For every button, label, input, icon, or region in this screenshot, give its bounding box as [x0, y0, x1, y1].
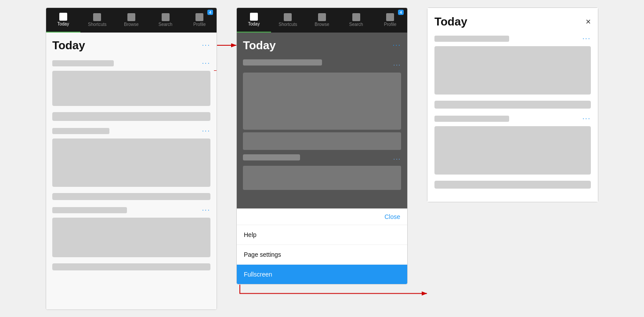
- panel3-close-btn[interactable]: ×: [586, 17, 591, 27]
- tab-search-label-p1: Search: [159, 22, 173, 27]
- panel1-content: Today ··· ··· ···: [46, 33, 217, 310]
- shortcuts-icon-p2: [284, 13, 292, 21]
- panel2-medium-block: [243, 132, 401, 150]
- tab-today-label-p2: Today: [248, 22, 260, 26]
- panel2-s2-dots[interactable]: ···: [393, 155, 401, 162]
- panel3-section4: [434, 181, 591, 189]
- panel1-s4-block1: [52, 193, 210, 200]
- profile-icon-p2: [386, 13, 394, 21]
- panel1-section5-header: ···: [52, 206, 210, 214]
- panel3-mockup: Today × ··· ···: [427, 7, 598, 202]
- panel2-block1-row: ···: [243, 59, 401, 70]
- today-icon-p1: [59, 13, 67, 21]
- browse-icon-p2: [318, 13, 326, 21]
- panel3-s3-header: ···: [434, 115, 591, 123]
- tab-shortcuts-label-p1: Shortcuts: [88, 22, 106, 27]
- panel2-main-block: [243, 73, 401, 130]
- panel1-section1: ···: [52, 59, 210, 106]
- panel1-s1-title: [52, 60, 114, 66]
- context-help-btn[interactable]: Help: [237, 225, 407, 245]
- panel1-section4: [52, 193, 210, 200]
- panel3-s2-block: [434, 101, 591, 109]
- panel2-context-menu: Close Help Page settings Fullscreen: [237, 208, 407, 284]
- panel2-title-bar1: [243, 59, 322, 66]
- tab-search-p1[interactable]: Search: [148, 8, 183, 33]
- tab-profile-label-p1: Profile: [193, 22, 206, 27]
- panel1-s3-block: [52, 138, 210, 187]
- arrow1-line: [214, 70, 217, 71]
- context-pagesettings-btn[interactable]: Page settings: [237, 245, 407, 265]
- panel2-block4-row: ···: [243, 154, 401, 163]
- panel1-s1-dots[interactable]: ···: [202, 59, 210, 67]
- panel3-s3-dots[interactable]: ···: [582, 115, 591, 123]
- tab-profile-p1[interactable]: Profile 4: [182, 8, 217, 33]
- panel1-section5: ···: [52, 206, 210, 257]
- tab-browse-label-p2: Browse: [315, 22, 329, 27]
- panel1-page-title: Today: [52, 39, 85, 52]
- panel2-dark-content: Today ··· ··· ···: [237, 33, 407, 208]
- panel1-dots-menu[interactable]: ···: [202, 41, 210, 49]
- tab-profile-label-p2: Profile: [384, 22, 396, 27]
- search-icon-p2: [352, 13, 360, 21]
- panel3-s3-title: [434, 116, 509, 122]
- panel1-s2-block: [52, 112, 210, 121]
- panel2-mockup: Today Shortcuts Browse Search Profile 4: [236, 7, 408, 284]
- today-icon-p2: [250, 13, 258, 21]
- tab-browse-label-p1: Browse: [124, 22, 138, 27]
- panel3-s1-header: ···: [434, 35, 591, 43]
- profile-badge-p1: 4: [207, 10, 213, 15]
- panel3-title: Today: [434, 15, 467, 29]
- browse-icon-p1: [127, 13, 135, 21]
- tab-search-label-p2: Search: [349, 22, 363, 27]
- panel1-tabbar: Today Shortcuts Browse Search Profile 4: [46, 8, 217, 33]
- panel2-s1-dots[interactable]: ···: [393, 61, 401, 68]
- panel2-dots-menu[interactable]: ···: [393, 41, 401, 49]
- panel1-section3: ···: [52, 127, 210, 187]
- panel1-s5-title: [52, 207, 127, 213]
- panel1-section2: [52, 112, 210, 121]
- panel3-header: Today ×: [427, 8, 598, 33]
- panel1-s5-dots[interactable]: ···: [202, 206, 210, 214]
- shortcuts-icon-p1: [93, 13, 101, 21]
- panel3-s4-block: [434, 181, 591, 189]
- panel3-section3: ···: [434, 115, 591, 175]
- panel1-title-row: Today ···: [52, 39, 210, 52]
- panel3-section1: ···: [434, 35, 591, 95]
- panel1-section3-header: ···: [52, 127, 210, 135]
- panel3-content: ··· ···: [427, 33, 598, 202]
- panel1-mockup: Today Shortcuts Browse Search Profile 4: [46, 7, 217, 310]
- panel3-section2: [434, 101, 591, 109]
- panel1-s6-block: [52, 263, 210, 270]
- panel2-title-row: Today ···: [243, 39, 401, 52]
- panel2-title-bar2: [243, 154, 300, 160]
- panel1-section6: [52, 263, 210, 270]
- tab-today-label-p1: Today: [57, 22, 69, 26]
- context-close-btn[interactable]: Close: [237, 209, 407, 225]
- tab-profile-p2[interactable]: Profile 4: [373, 8, 407, 33]
- panel1-s3-title: [52, 128, 109, 134]
- tab-today-p2[interactable]: Today: [237, 8, 271, 33]
- panel1-s5-block: [52, 218, 210, 257]
- search-icon-p1: [162, 13, 170, 21]
- panel2-tabbar: Today Shortcuts Browse Search Profile 4: [237, 8, 407, 33]
- tab-today-p1[interactable]: Today: [46, 8, 80, 33]
- tab-shortcuts-p2[interactable]: Shortcuts: [271, 8, 305, 33]
- arrow1: [214, 69, 217, 73]
- tab-browse-p2[interactable]: Browse: [305, 8, 339, 33]
- panel1-section1-header: ···: [52, 59, 210, 67]
- tab-shortcuts-p1[interactable]: Shortcuts: [80, 8, 115, 33]
- panel3-s1-dots[interactable]: ···: [582, 35, 591, 43]
- profile-icon-p1: [195, 13, 203, 21]
- tab-browse-p1[interactable]: Browse: [114, 8, 148, 33]
- profile-badge-p2: 4: [398, 10, 404, 15]
- tab-shortcuts-label-p2: Shortcuts: [279, 22, 297, 27]
- panel3-s3-block: [434, 126, 591, 175]
- panel1-s1-block: [52, 71, 210, 106]
- panel2-bottom-block: [243, 166, 401, 190]
- panel3-s1-title: [434, 36, 509, 42]
- panel2-page-title: Today: [243, 39, 276, 52]
- context-fullscreen-btn[interactable]: Fullscreen: [237, 265, 407, 284]
- panel3-s1-block: [434, 46, 591, 95]
- panel1-s3-dots[interactable]: ···: [202, 127, 210, 135]
- tab-search-p2[interactable]: Search: [339, 8, 373, 33]
